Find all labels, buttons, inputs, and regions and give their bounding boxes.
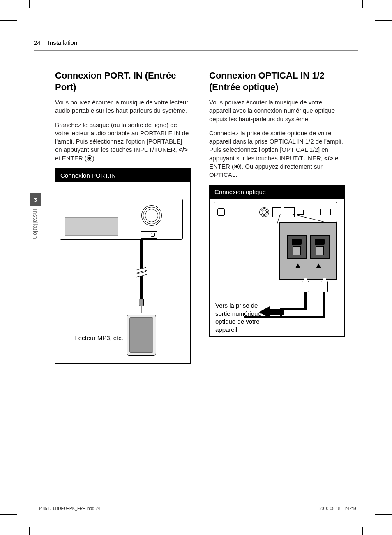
diagram-optical-title: Connexion optique [210, 185, 344, 199]
optical-plug-icon [321, 281, 328, 292]
left-column: Connexion PORT. IN (Entrée Port) Vous po… [55, 70, 191, 364]
optical-port-2-icon [310, 235, 330, 259]
footer-datetime: 2010-05-18 1:42:56 [319, 506, 357, 511]
optical-port-1-icon [287, 235, 307, 259]
cable-break-icon [136, 269, 147, 276]
arrow-up-icon: ▲ [294, 261, 302, 270]
audio-cable [140, 240, 143, 269]
mp3-label: Lecteur MP3, etc. [60, 334, 123, 341]
running-header: 24 Installation [34, 39, 77, 46]
optical-para2: Connectez la prise de sortie optique de … [209, 129, 345, 179]
optical-cable [323, 292, 325, 317]
optical-plug-icon [302, 281, 309, 292]
header-rule [34, 50, 358, 51]
heading-port-in: Connexion PORT. IN (Entrée Port) [55, 70, 191, 93]
side-tab: 3 Installation [30, 193, 41, 239]
nav-buttons-icon: </> [179, 146, 188, 153]
optical-callout: ▲ ▲ [279, 222, 337, 280]
diagram-port-in-title: Connexion PORT.IN [55, 169, 190, 182]
diagram-port-in: Connexion PORT.IN Lecteur MP3, etc. [55, 168, 191, 364]
device-back-panel [214, 202, 337, 222]
page-number: 24 [34, 39, 41, 46]
device-front-panel [60, 199, 183, 240]
print-footer: HB485-DB.BDEUPPK_FRE.indd 24 2010-05-18 … [35, 506, 357, 511]
arrow-up-icon: ▲ [315, 261, 322, 270]
diagram-optical: Connexion optique ▲ ▲ [209, 185, 345, 337]
side-tab-number: 3 [30, 193, 41, 206]
footer-filename: HB485-DB.BDEUPPK_FRE.indd 24 [35, 506, 100, 511]
optical-cable [282, 308, 307, 310]
audio-plug-icon [139, 299, 144, 313]
portin-para1: Vous pouvez écouter la musique de votre … [55, 98, 191, 115]
optical-cable [304, 292, 307, 309]
nav-buttons-icon: </> [324, 155, 333, 162]
enter-icon [234, 164, 240, 169]
portin-para2: Branchez le casque (ou la sortie de lign… [55, 121, 191, 162]
optical-caption: Vers la prise de sortie numérique optiqu… [215, 301, 273, 334]
heading-optical: Connexion OPTICAL IN 1/2 (Entrée optique… [209, 70, 345, 93]
optical-para1: Vous pouvez écouter la musique de votre … [209, 98, 345, 123]
enter-icon [87, 155, 92, 161]
right-column: Connexion OPTICAL IN 1/2 (Entrée optique… [209, 70, 345, 364]
side-tab-label: Installation [30, 206, 39, 239]
portable-in-jack [141, 231, 157, 239]
page: 24 Installation 3 Installation Connexion… [30, 21, 362, 514]
section-name: Installation [48, 39, 78, 46]
audio-cable [140, 276, 143, 299]
mp3-player-icon [127, 315, 156, 356]
